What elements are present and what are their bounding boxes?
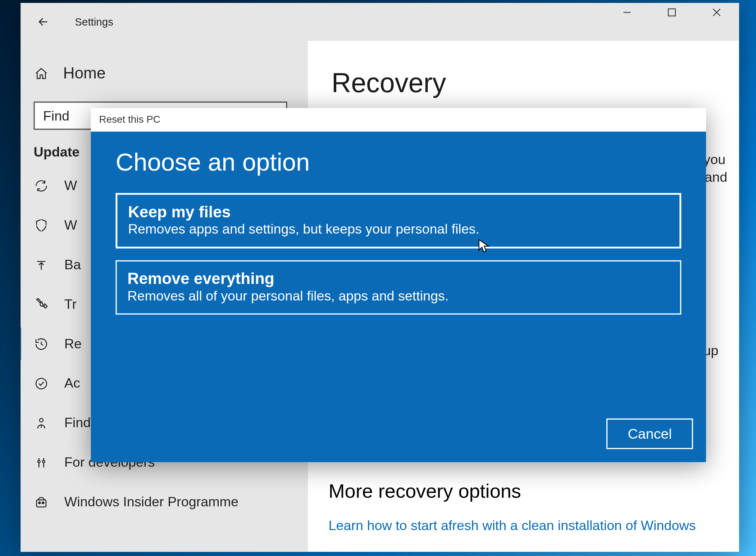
section-heading: More recovery options: [328, 480, 521, 502]
nav-label-0: W: [64, 178, 77, 194]
backup-icon: [33, 257, 49, 272]
svg-point-7: [42, 502, 44, 503]
nav-label-4: Re: [64, 336, 82, 352]
sync-icon: [33, 178, 49, 193]
svg-rect-0: [668, 9, 675, 16]
option-desc-1: Removes all of your personal files, apps…: [127, 288, 669, 304]
obscured-text-2: and: [705, 169, 727, 185]
svg-point-2: [40, 418, 43, 422]
nav-label-2: Ba: [64, 257, 81, 272]
nav-item-8[interactable]: Windows Insider Programme: [21, 482, 308, 522]
app-title: Settings: [50, 15, 113, 28]
option-remove-everything[interactable]: Remove everything Removes all of your pe…: [115, 260, 681, 315]
svg-point-6: [38, 502, 40, 503]
insider-icon: [33, 494, 49, 510]
cancel-button[interactable]: Cancel: [606, 419, 693, 449]
dialog-title: Reset this PC: [91, 108, 706, 132]
dialog-heading: Choose an option: [115, 148, 681, 177]
home-label: Home: [63, 64, 105, 83]
nav-label-1: W: [64, 217, 77, 233]
reset-pc-dialog: Reset this PC Choose an option Keep my f…: [91, 108, 706, 462]
option-title-0: Keep my files: [128, 203, 669, 221]
back-button[interactable]: [21, 15, 50, 28]
svg-rect-5: [37, 500, 46, 507]
person-pin-icon: [33, 415, 49, 431]
svg-point-1: [36, 378, 47, 389]
wrench-icon: [33, 297, 49, 312]
history-icon: [33, 336, 49, 352]
learn-link[interactable]: Learn how to start afresh with a clean i…: [328, 517, 696, 533]
page-title: Recovery: [332, 67, 716, 99]
close-button[interactable]: [711, 6, 723, 18]
home-icon: [33, 66, 49, 81]
option-keep-files[interactable]: Keep my files Removes apps and settings,…: [115, 193, 681, 248]
maximize-button[interactable]: [666, 6, 678, 18]
shield-icon: [33, 217, 49, 233]
svg-point-4: [42, 460, 45, 462]
svg-point-3: [38, 460, 40, 462]
settings-window: Settings Home Update: [21, 3, 739, 552]
nav-label-8: Windows Insider Programme: [64, 494, 238, 510]
minimize-button[interactable]: [621, 6, 633, 18]
option-title-1: Remove everything: [127, 270, 669, 288]
nav-label-5: Ac: [64, 375, 80, 391]
titlebar: Settings: [21, 3, 739, 41]
option-desc-0: Removes apps and settings, but keeps you…: [128, 221, 669, 237]
developer-icon: [33, 455, 49, 470]
check-circle-icon: [33, 376, 49, 391]
obscured-text-1: you: [703, 152, 725, 167]
nav-home[interactable]: Home: [21, 58, 308, 89]
nav-label-3: Tr: [64, 296, 77, 312]
